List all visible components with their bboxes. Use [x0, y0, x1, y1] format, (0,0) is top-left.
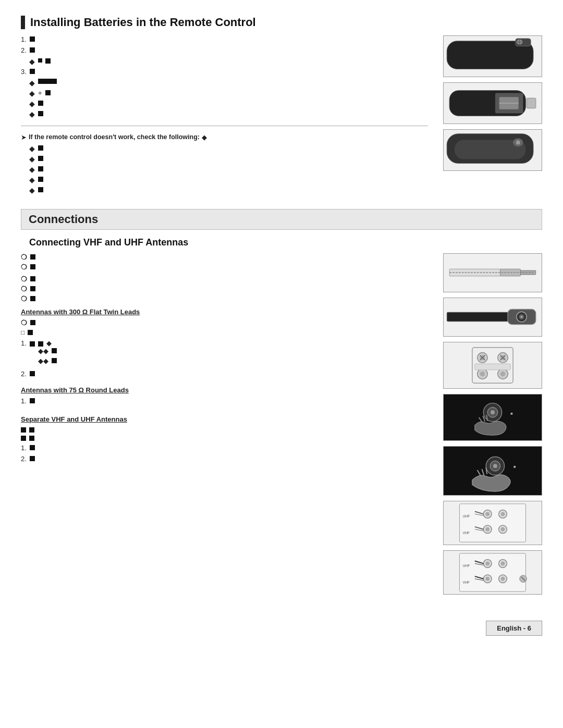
svg-rect-36 [475, 364, 510, 370]
battery-image-2 [443, 82, 542, 124]
note-item-2: ◆ [29, 155, 428, 163]
step3-sub-3: ◆ [29, 100, 428, 108]
note-item-4: ◆ [29, 176, 428, 184]
vhf-section: Connecting VHF and UHF Antennas ❍ ❍ [21, 237, 542, 595]
flat-twin-item2: □ [21, 329, 428, 336]
page-container: Installing Batteries in the Remote Contr… [21, 16, 542, 636]
vhf-item-2: ❍ [21, 285, 428, 293]
flat-twin-heading: Antennas with 300 Ω Flat Twin Leads [21, 308, 428, 316]
battery-step-1: 1. [21, 35, 428, 43]
antenna-image-separate-2: UHF VHF [443, 550, 542, 595]
flat-twin-item1: ❍ [21, 319, 428, 327]
battery-note-text: If the remote control doesn't work, chec… [29, 133, 200, 141]
round-leads-heading: Antennas with 75 Ω Round Leads [21, 386, 428, 394]
svg-text:■: ■ [510, 411, 513, 416]
svg-point-55 [501, 527, 505, 532]
svg-point-45 [493, 464, 497, 468]
battery-note: ➤ If the remote control doesn't work, ch… [21, 133, 428, 141]
antenna-image-separate-1: UHF VHF [443, 501, 542, 545]
battery-section-header: Installing Batteries in the Remote Contr… [21, 16, 542, 29]
battery-images-col [440, 35, 542, 196]
step3-placeholder [30, 69, 35, 74]
vhf-item-3: ❍ [21, 295, 428, 303]
antenna-image-coax [443, 253, 542, 292]
page-footer: English - 6 [486, 621, 542, 636]
svg-point-51 [485, 527, 489, 532]
svg-point-13 [516, 140, 520, 144]
battery-divider [21, 126, 428, 126]
step3-sub: ◆ ◆ + ◆ ◆ [29, 79, 428, 118]
step2-placeholder [30, 47, 35, 53]
footer-container: English - 6 [21, 605, 542, 636]
battery-content-row: 1. 2. ◆ 3. [21, 35, 542, 196]
flat-twin-step1-subs: ◆◆ ◆◆ [38, 347, 57, 365]
flat-twin-step1-text: ◆ [30, 339, 57, 347]
step3-sub-4: ◆ [29, 110, 428, 118]
battery-steps-col: 1. 2. ◆ 3. [21, 35, 428, 196]
svg-text:UHF: UHF [462, 514, 470, 518]
connections-header: Connections [21, 209, 542, 230]
step3-sub-2: ◆ + [29, 89, 428, 97]
svg-text:■: ■ [513, 464, 516, 469]
svg-point-70 [501, 577, 505, 581]
note-item-1: ◆ [29, 144, 428, 153]
flat-twin-step1-sub2: ◆◆ [38, 357, 57, 365]
svg-rect-62 [460, 553, 526, 591]
antenna-images-col: ■ ■ [440, 253, 542, 595]
svg-text:UHF: UHF [462, 564, 470, 567]
note-item-5: ◆ [29, 186, 428, 194]
battery-image-3 [443, 129, 542, 171]
note-item-3: ◆ [29, 165, 428, 174]
svg-point-66 [485, 577, 489, 581]
svg-text:VHF: VHF [462, 581, 470, 584]
battery-note-items: ◆ ◆ ◆ ◆ ◆ [29, 144, 428, 194]
flat-twin-step1-sub1: ◆◆ [38, 347, 57, 355]
svg-point-22 [521, 316, 523, 318]
vhf-intro-2: ❍ [21, 263, 428, 271]
step1-placeholder [30, 36, 35, 42]
svg-point-49 [485, 512, 489, 516]
battery-section: Installing Batteries in the Remote Contr… [21, 16, 542, 196]
separate-heading: Separate VHF and UHF Antennas [21, 415, 428, 423]
svg-point-33 [480, 372, 485, 377]
connections-title: Connections [29, 213, 98, 226]
svg-text:VHF: VHF [462, 531, 470, 535]
header-bar-decoration [21, 16, 25, 29]
vhf-intro-group2: ❍ ❍ ❍ [21, 275, 428, 303]
separate-subsection: Separate VHF and UHF Antennas 1. [21, 415, 428, 463]
antenna-image-round-lead-hand: ■ [443, 446, 542, 496]
svg-point-64 [485, 562, 489, 566]
svg-point-68 [501, 562, 505, 566]
step3-sub-1: ◆ [29, 79, 428, 87]
flat-twin-step2: 2. [21, 370, 428, 378]
battery-step-3: 3. [21, 68, 428, 76]
svg-rect-47 [460, 504, 526, 542]
separate-step1: 1. [21, 444, 428, 452]
svg-point-53 [501, 512, 505, 516]
connections-section: Connections Connecting VHF and UHF Anten… [21, 209, 542, 595]
battery-section-title: Installing Batteries in the Remote Contr… [30, 16, 256, 29]
separate-item2 [21, 435, 428, 441]
separate-step2: 2. [21, 455, 428, 463]
antenna-image-screw-terminal [443, 342, 542, 389]
flat-twin-step1: 1. ◆ ◆◆ [21, 339, 428, 367]
step2-sub: ◆ [29, 57, 428, 66]
vhf-item-1: ❍ [21, 275, 428, 283]
vhf-title: Connecting VHF and UHF Antennas [21, 237, 542, 248]
vhf-main-col: ❍ ❍ ❍ ❍ [21, 253, 428, 595]
svg-rect-18 [447, 312, 508, 322]
vhf-content-row: ❍ ❍ ❍ ❍ [21, 253, 542, 595]
step2-sub-item: ◆ [29, 57, 428, 66]
antenna-image-connector [443, 298, 542, 337]
round-leads-subsection: Antennas with 75 Ω Round Leads 1. [21, 386, 428, 405]
vhf-intro-1: ❍ [21, 253, 428, 261]
round-leads-step1: 1. [21, 397, 428, 405]
vhf-intro-group1: ❍ ❍ [21, 253, 428, 271]
battery-image-1 [443, 35, 542, 77]
battery-step-2: 2. [21, 46, 428, 54]
antenna-image-dark-connector: ■ [443, 394, 542, 441]
svg-point-35 [500, 372, 506, 377]
separate-item1 [21, 426, 428, 433]
svg-rect-9 [527, 98, 536, 108]
svg-point-40 [491, 410, 495, 414]
